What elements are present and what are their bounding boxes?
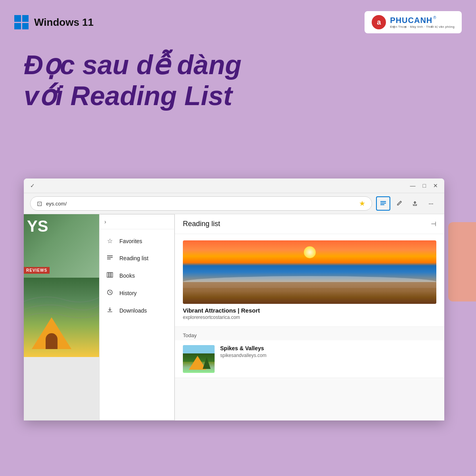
phucanh-registered: ®: [433, 15, 436, 20]
note-toolbar-button[interactable]: [392, 196, 406, 211]
browser-window: ✓ — □ ✕ ⊡ eys.com/ ★: [24, 178, 444, 420]
webpage-preview: YS REVIEWS: [24, 214, 99, 420]
camping-thumb-image: [183, 345, 215, 373]
decorative-salmon-block: [448, 222, 476, 301]
sidebar-item-history[interactable]: History: [100, 284, 174, 302]
phucanh-text: PHUCANH ® Điện Thoại · Máy tính · Thiết …: [390, 15, 455, 29]
note-icon: [395, 200, 403, 207]
svg-rect-5: [107, 259, 111, 259]
reading-list-menu-icon: [107, 254, 113, 261]
url-text: eys.com/: [46, 201, 355, 207]
phucanh-logo: a PHUCANH ® Điện Thoại · Máy tính · Thiế…: [365, 11, 462, 33]
history-label: History: [119, 290, 137, 296]
svg-rect-6: [107, 273, 109, 277]
beach-sand: [183, 282, 436, 304]
svg-rect-2: [380, 204, 384, 205]
preview-bottom-image: [24, 278, 99, 357]
books-icon: [106, 272, 114, 280]
reading-list-title: Reading list: [183, 220, 220, 228]
sidebar-item-downloads[interactable]: Downloads: [100, 302, 174, 319]
camping-thumbnail: [183, 345, 215, 373]
favorites-star-icon[interactable]: ★: [359, 199, 365, 208]
reading-list-icon: [380, 200, 387, 207]
phucanh-name: PHUCANH: [390, 15, 432, 25]
downloads-icon: [106, 307, 114, 315]
checkmark-icon: ✓: [30, 182, 35, 189]
featured-item-title: Vibrant Attractions | Resort: [183, 307, 436, 314]
sidebar-header: ›: [100, 215, 174, 229]
downloads-label: Downloads: [119, 307, 147, 314]
reading-list-panel: Reading list ⊣ Vibrant Attractions | Res…: [175, 214, 444, 420]
sidebar-item-reading-list[interactable]: Reading list: [100, 250, 174, 267]
history-menu-icon: [107, 289, 113, 296]
reading-list-icon: [106, 254, 114, 262]
today-label: Today: [183, 332, 197, 338]
featured-item-url: exploreresortcostarica.com: [183, 315, 436, 320]
heading-text: Đọc sau dễ dàng với Reading List: [24, 49, 452, 111]
title-bar: ✓ — □ ✕: [24, 178, 444, 193]
small-item-url: spikesandvalleys.com: [220, 353, 436, 358]
phucanh-subtitle: Điện Thoại · Máy tính · Thiết bị văn phò…: [390, 25, 455, 29]
svg-rect-3: [107, 255, 113, 256]
heading-block: Đọc sau dễ dàng với Reading List: [0, 33, 476, 123]
reading-item-small-1[interactable]: Spikes & Valleys spikesandvalleys.com: [175, 340, 444, 378]
window-controls: — □ ✕: [410, 182, 438, 189]
downloads-menu-icon: [107, 307, 113, 313]
history-icon: [106, 289, 114, 297]
camping-tree-shape: [203, 357, 211, 369]
reading-list-header: Reading list ⊣: [175, 214, 444, 234]
sidebar-menu: ☆ Favorites Reading list: [100, 229, 174, 322]
preview-ys-text: YS: [27, 218, 48, 234]
small-item-info: Spikes & Valleys spikesandvalleys.com: [220, 345, 436, 358]
books-label: Books: [119, 273, 135, 279]
close-button[interactable]: ✕: [433, 182, 438, 189]
top-bar: Windows 11 a PHUCANH ® Điện Thoại · Máy …: [0, 0, 476, 33]
reading-list-toolbar-button[interactable]: [376, 196, 390, 211]
svg-rect-7: [109, 273, 111, 277]
reading-list-pin-icon[interactable]: ⊣: [431, 220, 436, 228]
preview-top-image: YS REVIEWS: [24, 214, 99, 278]
windows-logo: Windows 11: [14, 15, 94, 29]
windows-title: Windows 11: [34, 16, 94, 29]
svg-rect-1: [380, 203, 386, 203]
toolbar-icons: ···: [376, 196, 438, 211]
sun-shape: [304, 246, 316, 258]
more-toolbar-button[interactable]: ···: [424, 196, 438, 211]
sidebar-item-books[interactable]: Books: [100, 267, 174, 284]
tab-icon: ⊡: [37, 200, 42, 207]
svg-rect-0: [380, 201, 386, 202]
svg-rect-8: [111, 273, 113, 277]
sidebar-back-arrow[interactable]: ›: [104, 219, 106, 225]
url-box[interactable]: ⊡ eys.com/ ★: [30, 196, 372, 211]
beach-image: [183, 240, 436, 304]
reading-item-featured[interactable]: Vibrant Attractions | Resort explorereso…: [175, 234, 444, 327]
minimize-button[interactable]: —: [410, 182, 416, 189]
preview-reviews-text: REVIEWS: [24, 267, 50, 274]
small-item-title: Spikes & Valleys: [220, 345, 436, 351]
phucanh-icon: a: [372, 15, 386, 29]
sidebar-panel: › ☆ Favorites Reading list: [99, 214, 175, 420]
title-bar-left: ✓: [30, 182, 35, 189]
today-section: Today: [175, 327, 444, 340]
favorites-label: Favorites: [119, 238, 142, 244]
tent-door: [46, 333, 58, 349]
windows-grid-icon: [14, 15, 29, 29]
address-bar: ⊡ eys.com/ ★: [24, 193, 444, 214]
svg-rect-4: [107, 257, 113, 258]
favorites-icon: ☆: [106, 237, 114, 245]
maximize-button[interactable]: □: [423, 182, 426, 189]
books-menu-icon: [107, 272, 113, 278]
browser-content: YS REVIEWS › ☆ Fav: [24, 214, 444, 420]
reading-list-label: Reading list: [119, 255, 148, 261]
share-icon: [411, 200, 418, 207]
sidebar-item-favorites[interactable]: ☆ Favorites: [100, 232, 174, 250]
share-toolbar-button[interactable]: [408, 196, 422, 211]
